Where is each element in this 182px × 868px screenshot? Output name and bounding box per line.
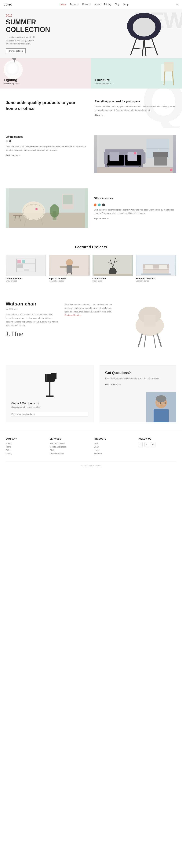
hero-section: NEW 2017 SUMMER COLLECTION Lorem ipsum d…: [0, 9, 182, 58]
nav-projects[interactable]: Projects: [82, 3, 90, 6]
svg-rect-69: [159, 265, 167, 270]
svg-rect-22: [110, 152, 119, 161]
office-color-dark[interactable]: [102, 204, 105, 206]
footer-link-chair[interactable]: Chair: [94, 446, 132, 448]
hero-year: 2017: [6, 14, 50, 18]
questions-text: Read the frequently asked questions and …: [105, 377, 171, 380]
project-item-1[interactable]: Clever storage Show project: [6, 255, 46, 282]
svg-line-7: [133, 47, 155, 49]
projects-section: Featured Projects Clever storage Show pr…: [0, 236, 182, 291]
svg-rect-27: [153, 152, 168, 157]
category-furniture[interactable]: Furniture View our collection →: [91, 58, 182, 89]
nav-products[interactable]: Products: [70, 3, 78, 6]
email-input[interactable]: [11, 412, 88, 417]
svg-point-28: [134, 152, 136, 155]
about-right-title: Everything you need for your space: [95, 100, 176, 103]
footer-link-bedroom[interactable]: Bedroom: [94, 453, 132, 455]
svg-rect-68: [145, 265, 153, 270]
svg-rect-51: [24, 269, 29, 272]
project-sub-3: Show more: [93, 280, 133, 282]
cart-icon[interactable]: ✉: [176, 3, 178, 6]
svg-line-5: [152, 38, 157, 55]
svg-point-2: [133, 18, 155, 36]
cat-furniture-label: Furniture: [95, 78, 113, 82]
nav-about[interactable]: About: [95, 3, 100, 6]
footer-col-products: Products Sofa Chair Lamp Bedroom: [94, 438, 132, 456]
svg-point-54: [66, 259, 73, 266]
about-link[interactable]: About us: [95, 114, 176, 116]
questions-title: Got Questions?: [105, 371, 171, 375]
faq-link[interactable]: Read the FAQ →: [105, 383, 121, 386]
living-right: [94, 135, 176, 173]
continue-reading-link[interactable]: Continue Reading: [64, 314, 81, 316]
footer-link-about[interactable]: About: [6, 442, 44, 444]
discount-left: Get a 10% discount Subscribe now for new…: [6, 365, 94, 422]
living-left: Living spaces Duis aute irure dolor in r…: [6, 135, 88, 173]
about-right-text: Ut enim ad minim veniam, quis nostrud ex…: [95, 105, 176, 112]
discount-title: Get a 10% discount: [11, 402, 88, 405]
svg-point-41: [35, 208, 38, 210]
browse-catalog-button[interactable]: Browse catalog: [6, 49, 26, 53]
project-name-3: Casa Marina: [93, 277, 133, 280]
twitter-icon[interactable]: t: [138, 442, 142, 447]
office-color-orange[interactable]: [94, 204, 97, 206]
nav-home[interactable]: Home: [60, 3, 66, 6]
office-link[interactable]: Explore more: [94, 217, 176, 220]
project-name-4: Sleeping quarters: [136, 277, 176, 280]
footer-link-pricing[interactable]: Pricing: [6, 453, 44, 455]
lamp-image-wrap: [11, 371, 88, 398]
svg-rect-21: [142, 152, 146, 164]
nav-pricing[interactable]: Pricing: [104, 3, 111, 6]
watson-left: Watson chair By Jane Doe Esse perpetua a…: [6, 301, 59, 348]
color-dot-light[interactable]: [6, 140, 8, 143]
footer: Company About Team Office Pricing Servic…: [0, 430, 182, 470]
svg-rect-36: [13, 215, 22, 216]
project-item-2[interactable]: A place to think Read office space: [49, 255, 90, 282]
svg-rect-29: [97, 167, 173, 173]
footer-link-docs[interactable]: Documentation: [50, 453, 88, 455]
svg-rect-20: [104, 152, 108, 164]
nav-blog[interactable]: Blog: [115, 3, 120, 6]
footer-link-sofa[interactable]: Sofa: [94, 442, 132, 444]
living-title: Living spaces: [6, 135, 88, 138]
footer-link-mobileapp[interactable]: Mobile application: [50, 446, 88, 448]
footer-copy: © 2017 Juno Furniture: [6, 462, 176, 467]
project-item-4[interactable]: Sleeping quarters Bedroom series: [136, 255, 176, 282]
watson-section: Watson chair By Jane Doe Esse perpetua a…: [0, 291, 182, 358]
facebook-icon[interactable]: f: [145, 442, 149, 447]
footer-link-team[interactable]: Team: [6, 446, 44, 448]
watson-text-left: Esse perpetua accommodo et, id ea die es…: [6, 313, 59, 327]
svg-rect-82: [46, 374, 47, 381]
color-dot-dark[interactable]: [9, 140, 11, 143]
projects-grid: Clever storage Show project A place to t…: [6, 255, 176, 282]
footer-link-faq[interactable]: FAQ: [50, 449, 88, 451]
projects-title: Featured Projects: [6, 245, 176, 249]
questions-section: Got Questions? Read the frequently asked…: [100, 365, 176, 422]
svg-rect-26: [154, 155, 167, 165]
office-image: [6, 188, 88, 228]
svg-rect-80: [49, 380, 50, 396]
footer-col-products-title: Products: [94, 438, 132, 440]
discount-subtitle: Subscribe now for news and offers: [11, 406, 88, 408]
living-link[interactable]: Explore more: [6, 154, 88, 156]
svg-line-3: [131, 38, 136, 55]
cat-furniture-sub: View our collection →: [95, 83, 113, 85]
footer-col-social: Follow us t f in: [138, 438, 177, 456]
office-color-teal[interactable]: [98, 204, 101, 206]
svg-line-75: [138, 334, 142, 346]
living-section: Living spaces Duis aute irure dolor in r…: [0, 128, 182, 181]
svg-line-76: [157, 334, 161, 346]
about-right: Everything you need for your space Ut en…: [95, 100, 176, 116]
nav-shop[interactable]: Shop: [123, 3, 129, 6]
footer-link-webapp[interactable]: Web application: [50, 442, 88, 444]
footer-link-lamp[interactable]: Lamp: [94, 449, 132, 451]
linkedin-icon[interactable]: in: [151, 442, 155, 447]
footer-link-office[interactable]: Office: [6, 449, 44, 451]
questions-box: Got Questions? Read the frequently asked…: [100, 365, 176, 392]
project-item-3[interactable]: Casa Marina Show more: [93, 255, 133, 282]
svg-rect-43: [63, 195, 73, 204]
category-lighting[interactable]: Lighting Illuminate spaces →: [0, 58, 91, 89]
person-image: [146, 392, 176, 422]
project-name-1: Clever storage: [6, 277, 46, 280]
svg-line-9: [164, 71, 165, 85]
